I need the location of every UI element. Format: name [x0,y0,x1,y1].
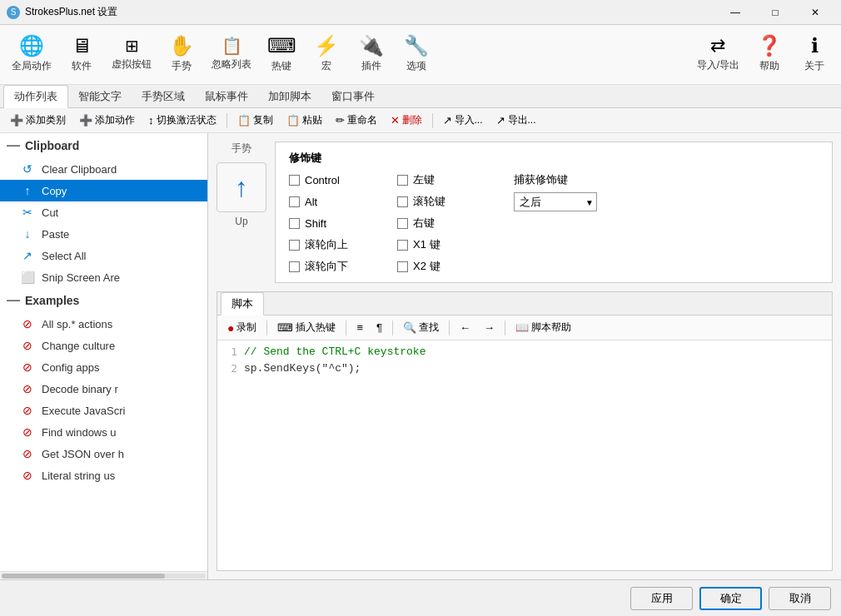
tab-unload-script[interactable]: 加卸脚本 [258,86,321,107]
modifier-keys-title: 修饰键 [289,151,819,166]
import-button[interactable]: ↗ 导入... [438,112,488,129]
bottom-bar: 应用 确定 取消 [0,579,841,616]
toolbar-options[interactable]: 🔧 选项 [395,30,438,80]
tab-smart-text[interactable]: 智能文字 [68,86,132,107]
toolbar-global-actions[interactable]: 🌐 全局动作 [5,30,58,80]
maximize-button[interactable]: □ [756,0,794,25]
sidebar-item-cut[interactable]: ✂ Cut [0,201,207,223]
toolbar-ignore-list[interactable]: 📋 忽略列表 [205,30,258,80]
paste-button[interactable]: 📋 粘贴 [281,112,327,129]
close-button[interactable]: ✕ [796,0,834,25]
control-checkbox[interactable] [289,175,300,186]
sidebar-item-cut-label: Cut [42,206,58,219]
sidebar-item-paste[interactable]: ↓ Paste [0,223,207,245]
add-action-label: 添加动作 [95,113,135,127]
delete-button[interactable]: ✕ 删除 [386,112,427,129]
script-tab[interactable]: 脚本 [221,292,264,315]
modifier-row-x1: X1 键 [397,237,497,252]
script-sep-2 [346,320,346,335]
sidebar-item-clear-clipboard[interactable]: ↺ Clear Clipboard [0,158,207,180]
add-action-button[interactable]: ➕ 添加动作 [74,112,140,129]
select-all-icon: ↗ [20,249,35,262]
alt-checkbox[interactable] [289,196,300,207]
script-section: 脚本 ● 录制 ⌨ 插入热键 ≡ ¶ [216,291,833,571]
copy-icon: ↑ [20,184,35,197]
tab-action-list[interactable]: 动作列表 [3,85,68,108]
sidebar-item-all-sp[interactable]: ⊘ All sp.* actions [0,313,207,335]
sidebar-item-get-json[interactable]: ⊘ Get JSON over h [0,443,207,464]
paste-icon: ↓ [20,227,35,241]
forward-button[interactable]: → [479,320,500,335]
x1-checkbox[interactable] [397,240,408,251]
sidebar-scroll[interactable]: — Clipboard ↺ Clear Clipboard ↑ Copy ✂ C… [0,133,207,571]
toolbar-plugin[interactable]: 🔌 插件 [350,30,393,80]
shift-checkbox[interactable] [289,218,300,229]
sidebar-item-copy[interactable]: ↑ Copy [0,180,207,201]
action-sep-1 [226,113,227,128]
sidebar-item-literal-string[interactable]: ⊘ Literal string us [0,464,207,486]
sidebar-item-snip-screen[interactable]: ⬜ Snip Screen Are [0,266,207,288]
action-sep-2 [432,113,433,128]
toolbar-hotkey[interactable]: ⌨ 热键 [260,30,303,80]
sidebar-item-decode-binary[interactable]: ⊘ Decode binary r [0,378,207,400]
toolbar-gesture[interactable]: ✋ 手势 [160,30,203,80]
scroll-wheel-checkbox[interactable] [397,196,408,207]
format2-button[interactable]: ¶ [371,320,387,335]
right-key-checkbox[interactable] [397,218,408,229]
sidebar-item-change-culture[interactable]: ⊘ Change culture [0,335,207,356]
toolbar-software[interactable]: 🖥 软件 [60,30,103,80]
global-actions-icon: 🌐 [19,36,44,56]
toolbar-help[interactable]: ❓ 帮助 [748,30,791,80]
modifier-keys-content: Control 左键 Alt 滚轮键 [289,172,819,274]
find-button[interactable]: 🔍 查找 [398,319,444,336]
decode-binary-icon: ⊘ [20,382,35,395]
script-help-label: 脚本帮助 [531,320,571,335]
sidebar-item-snip-screen-label: Snip Screen Are [42,271,120,284]
sidebar-item-config-apps-label: Config apps [42,361,99,374]
rename-button[interactable]: ✏ 重命名 [331,112,382,129]
toolbar-ignore-list-label: 忽略列表 [211,57,251,72]
insert-hotkey-button[interactable]: ⌨ 插入热键 [272,319,341,336]
scroll-down-checkbox[interactable] [289,261,300,272]
modifier-keys-box: 修饰键 Control 左键 Alt [275,142,833,283]
sidebar-item-find-windows[interactable]: ⊘ Find windows u [0,421,207,443]
capture-select[interactable]: 之后 之前 任意 [514,192,597,211]
config-apps-icon: ⊘ [20,360,35,374]
clear-clipboard-icon: ↺ [20,162,35,176]
code-line-1-comment: // Send the CTRL+C keystroke [244,345,425,358]
sidebar-hscroll[interactable] [0,571,207,579]
ok-button[interactable]: 确定 [699,587,762,610]
sidebar-item-select-all[interactable]: ↗ Select All [0,245,207,266]
change-culture-icon: ⊘ [20,339,35,352]
toolbar-macro[interactable]: ⚡ 宏 [305,30,348,80]
back-icon: ← [460,321,470,334]
x2-checkbox[interactable] [397,261,408,272]
toolbar-about[interactable]: ℹ 关于 [793,30,836,80]
tab-window-event[interactable]: 窗口事件 [321,86,385,107]
apply-button[interactable]: 应用 [630,587,693,610]
code-area[interactable]: 1 2 // Send the CTRL+C keystroke sp.Send… [217,340,832,570]
left-key-checkbox[interactable] [397,175,408,186]
options-icon: 🔧 [404,36,429,56]
add-category-button[interactable]: ➕ 添加类别 [5,112,71,129]
toggle-active-button[interactable]: ↕ 切换激活状态 [143,112,221,129]
cancel-button[interactable]: 取消 [769,587,831,610]
toolbar-virtual-btn[interactable]: ⊞ 虚拟按钮 [105,30,158,80]
record-button[interactable]: ● 录制 [222,319,261,336]
add-category-icon: ➕ [10,114,23,127]
plugin-icon: 🔌 [359,36,384,56]
tab-gesture-zone[interactable]: 手势区域 [132,86,195,107]
sidebar-item-execute-js[interactable]: ⊘ Execute JavaScri [0,400,207,421]
export-button[interactable]: ↗ 导出... [491,112,541,129]
minimize-button[interactable]: — [716,0,754,25]
script-help-button[interactable]: 📖 脚本帮助 [510,319,576,336]
back-button[interactable]: ← [455,320,475,335]
toolbar-import-export[interactable]: ⇄ 导入/导出 [690,30,746,80]
sidebar-group-clipboard-label: Clipboard [25,139,79,152]
tab-mouse-event[interactable]: 鼠标事件 [195,86,258,107]
copy-button[interactable]: 📋 复制 [232,112,278,129]
sidebar-item-config-apps[interactable]: ⊘ Config apps [0,356,207,378]
find-label: 查找 [419,320,439,335]
format-button[interactable]: ≡ [351,320,368,335]
scroll-up-checkbox[interactable] [289,240,300,251]
